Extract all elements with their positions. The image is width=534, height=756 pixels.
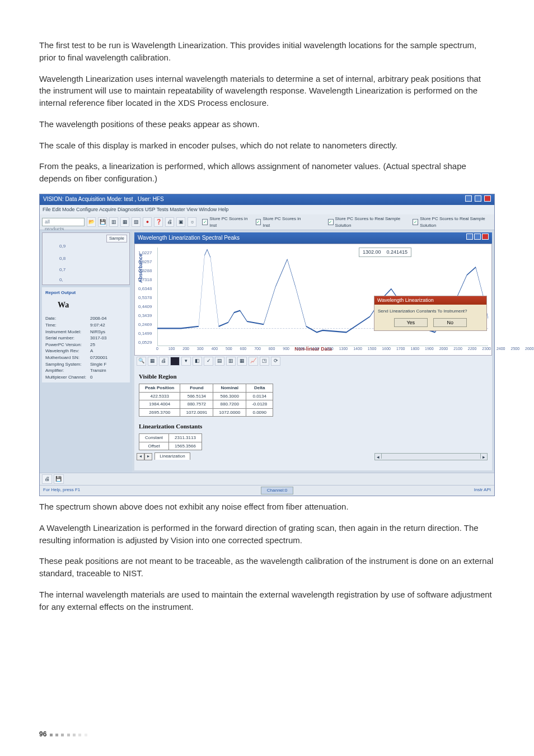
x-tick: 2400 (496, 346, 505, 352)
print-icon[interactable]: 🖨 (42, 474, 52, 484)
window-title: VISION: Data Acquisition Mode: test , Us… (43, 195, 164, 204)
toolbar-icon[interactable] (170, 357, 180, 366)
close-icon[interactable] (484, 195, 491, 202)
y-tick: 0,2469 (138, 321, 152, 328)
paragraph: These peak positions are not meant to be… (39, 555, 495, 580)
toolbar-icon[interactable]: ◳ (260, 357, 269, 366)
x-tick: 2100 (453, 346, 462, 352)
x-tick: 1000 (296, 346, 305, 352)
bottom-toolbar[interactable]: 🖨 💾 (40, 473, 494, 485)
readout-y: 0.241415 (387, 249, 408, 256)
x-tick: 2500 (510, 346, 519, 352)
linearization-dialog[interactable]: Wavelength Linearization Send Linearizat… (374, 296, 487, 331)
toolbar-icon[interactable]: ▣ (176, 217, 185, 227)
subwindow-titlebar[interactable]: Wavelength Linearization Spectral Peaks (134, 232, 492, 244)
maximize-icon[interactable] (474, 234, 481, 240)
x-tick: 700 (254, 346, 261, 352)
plot-toolbar[interactable]: 🔍 ▦ 🖨 ▾ ◧ ✓ ▤ ▥ ▦ 📈 ◳ ⟳ (134, 356, 492, 367)
tab-next-icon[interactable]: ▸ (144, 453, 152, 460)
toolbar-icon[interactable]: ☼ (188, 217, 196, 227)
sheet-tab[interactable]: Linearization (154, 452, 190, 460)
table-row: 2695.37001072.00911072.00000.0090 (139, 408, 273, 417)
table-row: 1984.4004880.7572880.7200-0.0128 (139, 400, 273, 409)
sample-panel: Sample 0,9 0,8 0,7 0, (42, 232, 130, 285)
y-tick: 0,7318 (138, 277, 152, 283)
sample-tab[interactable]: Sample (106, 235, 127, 242)
x-tick: 300 (197, 346, 204, 352)
scroll-right-icon[interactable]: ▸ (480, 454, 487, 459)
checkbox[interactable]: ✓ (413, 219, 418, 225)
save-icon[interactable]: 💾 (54, 474, 64, 484)
paragraph: The scale of this display is marked in e… (39, 139, 495, 152)
minimize-icon[interactable] (466, 234, 473, 240)
toolbar-icon[interactable]: ▤ (215, 357, 224, 366)
x-tick: 400 (211, 346, 218, 352)
meta-row: Serial number:3017-03 (45, 335, 127, 342)
x-tick: 1800 (410, 346, 419, 352)
print-icon[interactable]: 🖨 (165, 217, 174, 227)
scroll-left-icon[interactable]: ◂ (375, 454, 382, 459)
maximize-icon[interactable] (475, 195, 481, 202)
cursor-readout: 1302.00 0.241415 (359, 248, 411, 257)
help-icon[interactable]: ❓ (154, 217, 163, 227)
meta-row: Motherboard SN:0720001 (45, 354, 127, 361)
paragraph: A Wavelength Linearization is performed … (39, 522, 495, 547)
meta-row: Time:9:07:42 (45, 322, 127, 329)
y-tick: 0,4409 (138, 304, 152, 310)
status-api: Instr API (474, 487, 491, 494)
toolbar-icon[interactable]: ▦ (148, 357, 157, 366)
grid-icon[interactable]: ▦ (237, 357, 247, 366)
paragraph: From the peaks, a linearization is perfo… (39, 160, 495, 185)
toolbar-icon[interactable]: ▥ (226, 357, 236, 366)
x-tick: 1700 (396, 346, 405, 352)
print-icon[interactable]: 🖨 (159, 357, 168, 366)
toolbar-icon[interactable]: ▾ (181, 357, 191, 366)
toolbar-icon[interactable]: ⟳ (271, 357, 280, 366)
toolbar-icon[interactable]: ▥ (109, 217, 118, 227)
checkbox-label: Store PC Scores in Inst (263, 216, 303, 228)
report-output-header: Report Output (45, 290, 127, 296)
checkbox[interactable]: ✓ (256, 219, 261, 225)
x-tick: 100 (168, 346, 175, 352)
window-titlebar[interactable]: VISION: Data Acquisition Mode: test , Us… (40, 194, 494, 206)
x-tick: 1500 (368, 346, 377, 352)
checkbox-label: Store PC Scores in Inst (209, 216, 250, 228)
toolbar-icon[interactable]: ▧ (132, 217, 140, 227)
x-tick: 1300 (339, 346, 348, 352)
tab-prev-icon[interactable]: ◂ (137, 453, 144, 460)
table-header: Delta (246, 384, 273, 392)
open-icon[interactable]: 📂 (87, 217, 96, 227)
page-footer: 96 (39, 730, 87, 739)
close-icon[interactable] (482, 234, 489, 240)
toolbar[interactable]: all products 📂 💾 ▥ ▦ ▧ ● ❓ 🖨 ▣ ☼ ✓Store … (40, 214, 494, 230)
dialog-title: Wavelength Linearization (374, 296, 486, 305)
scrollbar-horizontal[interactable]: ◂ ▸ (374, 453, 488, 460)
toolbar-icon[interactable]: ✓ (204, 357, 213, 366)
x-tick: 2000 (439, 346, 448, 352)
x-tick: 1600 (382, 346, 391, 352)
meta-row: Date:2008-04 (45, 315, 127, 322)
checkbox[interactable]: ✓ (328, 219, 334, 225)
y-tick: 0,5378 (138, 295, 152, 301)
table-header: Found (180, 384, 213, 392)
y-tick: 0,3439 (138, 312, 152, 319)
toolbar-icon[interactable]: ▦ (120, 217, 129, 227)
menubar[interactable]: File Edit Mode Configure Acquire Diagnos… (40, 205, 494, 214)
save-icon[interactable]: 💾 (98, 217, 107, 227)
dialog-message: Send Linearization Constants To Instrume… (378, 308, 483, 315)
checkbox[interactable]: ✓ (202, 219, 208, 225)
product-dropdown[interactable]: all products (42, 218, 85, 226)
report-output-panel: Report Output Wa Date:2008-04Time:9:07:4… (42, 287, 130, 382)
visible-region-header: Visible Region (139, 372, 488, 381)
no-button[interactable]: No (433, 318, 467, 327)
record-icon[interactable]: ● (143, 217, 152, 227)
spectrum-plot[interactable]: Absorbance Non-linear Data 0,05290,14990… (134, 244, 492, 356)
chart-icon[interactable]: 📈 (249, 357, 258, 366)
window-controls[interactable] (464, 195, 491, 204)
minimize-icon[interactable] (465, 195, 472, 202)
meta-row: Sampling System:Single F (45, 361, 127, 368)
statusbar: For Help, press F1 Channel:0 Instr API (40, 485, 494, 496)
toolbar-icon[interactable]: ◧ (193, 357, 202, 366)
yes-button[interactable]: Yes (394, 318, 428, 327)
zoom-icon[interactable]: 🔍 (137, 357, 146, 366)
